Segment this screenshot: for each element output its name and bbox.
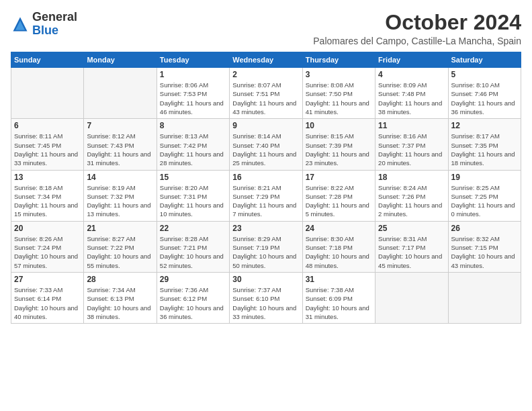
title-block: October 2024 Palomares del Campo, Castil…	[313, 11, 521, 46]
day-number: 3	[306, 70, 372, 79]
day-info: Sunrise: 7:37 AM Sunset: 6:10 PM Dayligh…	[232, 285, 299, 321]
calendar-cell: 5Sunrise: 8:10 AM Sunset: 7:46 PM Daylig…	[448, 68, 521, 119]
day-info: Sunrise: 8:28 AM Sunset: 7:21 PM Dayligh…	[160, 234, 226, 270]
day-info: Sunrise: 8:12 AM Sunset: 7:43 PM Dayligh…	[87, 132, 153, 167]
month-title: October 2024	[313, 11, 521, 34]
day-info: Sunrise: 7:38 AM Sunset: 6:09 PM Dayligh…	[306, 285, 372, 321]
day-info: Sunrise: 8:18 AM Sunset: 7:34 PM Dayligh…	[14, 183, 81, 219]
calendar-week-row: 20Sunrise: 8:26 AM Sunset: 7:24 PM Dayli…	[11, 221, 521, 272]
day-info: Sunrise: 8:25 AM Sunset: 7:25 PM Dayligh…	[451, 183, 518, 219]
day-info: Sunrise: 7:33 AM Sunset: 6:14 PM Dayligh…	[14, 285, 81, 321]
day-header-sunday: Sunday	[11, 52, 84, 68]
calendar-cell: 2Sunrise: 8:07 AM Sunset: 7:51 PM Daylig…	[230, 68, 302, 119]
logo-general-text: General	[32, 10, 77, 24]
day-number: 24	[306, 224, 372, 233]
calendar-week-row: 13Sunrise: 8:18 AM Sunset: 7:34 PM Dayli…	[11, 170, 521, 221]
day-info: Sunrise: 8:30 AM Sunset: 7:18 PM Dayligh…	[306, 234, 372, 270]
calendar-cell: 22Sunrise: 8:28 AM Sunset: 7:21 PM Dayli…	[157, 221, 229, 272]
calendar-cell: 16Sunrise: 8:21 AM Sunset: 7:29 PM Dayli…	[230, 170, 302, 221]
day-header-thursday: Thursday	[302, 52, 375, 68]
day-info: Sunrise: 8:22 AM Sunset: 7:28 PM Dayligh…	[306, 183, 372, 219]
calendar-cell: 10Sunrise: 8:15 AM Sunset: 7:39 PM Dayli…	[302, 119, 375, 170]
day-number: 21	[87, 224, 153, 233]
day-number: 14	[87, 173, 153, 182]
day-info: Sunrise: 8:24 AM Sunset: 7:26 PM Dayligh…	[378, 183, 445, 219]
day-number: 13	[14, 173, 81, 182]
day-info: Sunrise: 8:11 AM Sunset: 7:45 PM Dayligh…	[14, 132, 81, 167]
day-info: Sunrise: 8:17 AM Sunset: 7:35 PM Dayligh…	[451, 132, 518, 167]
day-info: Sunrise: 8:31 AM Sunset: 7:17 PM Dayligh…	[378, 234, 445, 270]
day-number: 4	[378, 70, 445, 79]
day-info: Sunrise: 8:09 AM Sunset: 7:48 PM Dayligh…	[378, 81, 445, 116]
day-number: 9	[232, 121, 299, 130]
day-info: Sunrise: 7:34 AM Sunset: 6:13 PM Dayligh…	[87, 285, 153, 321]
day-header-monday: Monday	[84, 52, 157, 68]
day-number: 22	[160, 224, 226, 233]
day-info: Sunrise: 8:15 AM Sunset: 7:39 PM Dayligh…	[306, 132, 372, 167]
calendar-cell: 12Sunrise: 8:17 AM Sunset: 7:35 PM Dayli…	[448, 119, 521, 170]
calendar-cell: 21Sunrise: 8:27 AM Sunset: 7:22 PM Dayli…	[84, 221, 157, 272]
day-number: 25	[378, 224, 445, 233]
day-number: 12	[451, 121, 518, 130]
day-number: 6	[14, 121, 81, 130]
calendar-cell: 20Sunrise: 8:26 AM Sunset: 7:24 PM Dayli…	[11, 221, 84, 272]
day-info: Sunrise: 8:14 AM Sunset: 7:40 PM Dayligh…	[232, 132, 299, 167]
calendar-header-row: SundayMondayTuesdayWednesdayThursdayFrid…	[11, 52, 521, 68]
day-number: 27	[14, 275, 81, 284]
day-number: 15	[160, 173, 226, 182]
calendar-cell: 26Sunrise: 8:32 AM Sunset: 7:15 PM Dayli…	[448, 221, 521, 272]
calendar-cell: 7Sunrise: 8:12 AM Sunset: 7:43 PM Daylig…	[84, 119, 157, 170]
calendar-cell: 25Sunrise: 8:31 AM Sunset: 7:17 PM Dayli…	[375, 221, 448, 272]
logo-icon	[11, 15, 30, 34]
calendar-cell: 24Sunrise: 8:30 AM Sunset: 7:18 PM Dayli…	[302, 221, 375, 272]
calendar-cell: 6Sunrise: 8:11 AM Sunset: 7:45 PM Daylig…	[11, 119, 84, 170]
calendar-cell: 17Sunrise: 8:22 AM Sunset: 7:28 PM Dayli…	[302, 170, 375, 221]
day-number: 26	[451, 224, 518, 233]
calendar-cell: 11Sunrise: 8:16 AM Sunset: 7:37 PM Dayli…	[375, 119, 448, 170]
day-number: 20	[14, 224, 81, 233]
day-header-friday: Friday	[375, 52, 448, 68]
day-info: Sunrise: 8:16 AM Sunset: 7:37 PM Dayligh…	[378, 132, 445, 167]
calendar-cell: 28Sunrise: 7:34 AM Sunset: 6:13 PM Dayli…	[84, 272, 157, 323]
day-number: 19	[451, 173, 518, 182]
day-number: 10	[306, 121, 372, 130]
day-number: 16	[232, 173, 299, 182]
calendar-table: SundayMondayTuesdayWednesdayThursdayFrid…	[11, 52, 521, 324]
calendar-week-row: 1Sunrise: 8:06 AM Sunset: 7:53 PM Daylig…	[11, 68, 521, 119]
day-info: Sunrise: 8:27 AM Sunset: 7:22 PM Dayligh…	[87, 234, 153, 270]
calendar-cell: 14Sunrise: 8:19 AM Sunset: 7:32 PM Dayli…	[84, 170, 157, 221]
day-info: Sunrise: 8:32 AM Sunset: 7:15 PM Dayligh…	[451, 234, 518, 270]
calendar-cell: 19Sunrise: 8:25 AM Sunset: 7:25 PM Dayli…	[448, 170, 521, 221]
day-info: Sunrise: 8:19 AM Sunset: 7:32 PM Dayligh…	[87, 183, 153, 219]
day-number: 8	[160, 121, 226, 130]
day-number: 29	[160, 275, 226, 284]
calendar-cell: 18Sunrise: 8:24 AM Sunset: 7:26 PM Dayli…	[375, 170, 448, 221]
calendar-cell: 15Sunrise: 8:20 AM Sunset: 7:31 PM Dayli…	[157, 170, 229, 221]
calendar-cell	[11, 68, 84, 119]
day-header-tuesday: Tuesday	[157, 52, 229, 68]
day-info: Sunrise: 7:36 AM Sunset: 6:12 PM Dayligh…	[160, 285, 226, 321]
day-info: Sunrise: 8:13 AM Sunset: 7:42 PM Dayligh…	[160, 132, 226, 167]
calendar-cell: 27Sunrise: 7:33 AM Sunset: 6:14 PM Dayli…	[11, 272, 84, 323]
day-info: Sunrise: 8:08 AM Sunset: 7:50 PM Dayligh…	[306, 81, 372, 116]
page-header: General Blue October 2024 Palomares del …	[11, 11, 521, 46]
day-info: Sunrise: 8:20 AM Sunset: 7:31 PM Dayligh…	[160, 183, 226, 219]
calendar-cell	[84, 68, 157, 119]
calendar-cell: 30Sunrise: 7:37 AM Sunset: 6:10 PM Dayli…	[230, 272, 302, 323]
day-number: 5	[451, 70, 518, 79]
logo: General Blue	[11, 11, 77, 38]
day-info: Sunrise: 8:26 AM Sunset: 7:24 PM Dayligh…	[14, 234, 81, 270]
day-number: 28	[87, 275, 153, 284]
logo-blue-text: Blue	[32, 24, 58, 37]
calendar-week-row: 6Sunrise: 8:11 AM Sunset: 7:45 PM Daylig…	[11, 119, 521, 170]
day-info: Sunrise: 8:07 AM Sunset: 7:51 PM Dayligh…	[232, 81, 299, 116]
day-number: 31	[306, 275, 372, 284]
day-header-saturday: Saturday	[448, 52, 521, 68]
calendar-cell: 4Sunrise: 8:09 AM Sunset: 7:48 PM Daylig…	[375, 68, 448, 119]
day-info: Sunrise: 8:29 AM Sunset: 7:19 PM Dayligh…	[232, 234, 299, 270]
day-info: Sunrise: 8:10 AM Sunset: 7:46 PM Dayligh…	[451, 81, 518, 116]
day-info: Sunrise: 8:06 AM Sunset: 7:53 PM Dayligh…	[160, 81, 226, 116]
day-info: Sunrise: 8:21 AM Sunset: 7:29 PM Dayligh…	[232, 183, 299, 219]
calendar-cell: 31Sunrise: 7:38 AM Sunset: 6:09 PM Dayli…	[302, 272, 375, 323]
day-header-wednesday: Wednesday	[230, 52, 302, 68]
